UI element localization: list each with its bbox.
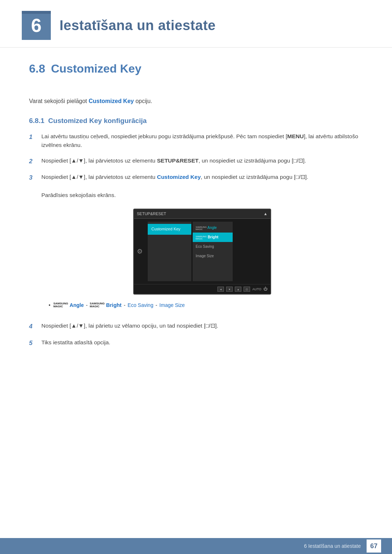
step-1-content: Lai atvērtu taustiņu ceļvedi, nospiediet… [41,132,363,150]
chapter-number: 6 [31,16,42,35]
step-3: 3 Nospiediet [▲/▼], lai pārvietotos uz e… [29,173,363,315]
btn-enter: ⊡ [244,287,250,292]
setup-reset-key: SETUP&RESET [157,157,199,164]
btn-left: ◄ [217,287,224,292]
step-1: 1 Lai atvērtu taustiņu ceļvedi, nospiedi… [29,132,363,150]
page-header: 6 Iestatīšana un atiestate [0,0,392,48]
step-2-number: 2 [29,156,39,166]
submenu-item-image-size: Image Size [193,251,233,261]
step-5-number: 5 [29,338,39,348]
btn-down: ▼ [226,287,233,292]
subsection-title: 6.8.1 Customized Key konfigurācija [29,117,363,125]
step-3-number: 3 [29,173,39,315]
chapter-title: Iestatīšana un atiestate [60,18,216,33]
intro-text-after: opciju. [134,98,152,104]
screen-illustration: SETUP&RESET ▲ ⚙ Customized Key [41,209,363,295]
bright-label: Bright [106,303,122,308]
monitor-screen: SETUP&RESET ▲ ⚙ Customized Key [133,209,271,295]
step-3-content: Nospiediet [▲/▼], lai pārvietotos uz ele… [41,173,363,315]
btn-auto-label: AUTO [252,287,261,292]
bullet-options-line: • SAMSUNG MAGIC Angle - SAMSUNG MAGIC Br… [49,301,363,309]
btn-up: ▲ [235,287,241,292]
eco-saving-label: Eco Saving [128,301,154,309]
step-1-number: 1 [29,132,39,150]
intro-highlight: Customized Key [89,98,134,104]
gear-icon: ⚙ [137,246,143,257]
footer-text: 6 Iestatīšana un atiestate [304,543,361,549]
main-content: 6.8 Customized Key Varat sekojoši pielāg… [0,48,392,383]
customized-key: Customized Key [157,174,201,180]
screen-menu-title: SETUP&RESET [137,212,166,216]
monitor-body: ⚙ Customized Key [134,219,270,284]
page-footer: 6 Iestatīšana un atiestate 67 [0,538,392,554]
step-5-content: Tiks iestatīta atlasītā opcija. [41,338,363,348]
image-size-label: Image Size [159,301,185,309]
brand-samsung-magic-bright: SAMSUNG MAGIC [90,302,105,308]
menu-key: MENU [287,133,304,139]
section-number: 6.8 [29,62,45,75]
step-4: 4 Nospiediet [▲/▼], lai pārietu uz vēlam… [29,321,363,331]
intro-paragraph: Varat sekojoši pielāgot Customized Key o… [29,97,363,106]
intro-text-before: Varat sekojoši pielāgot [29,98,89,104]
menu-item-customized-key: Customized Key [148,224,191,235]
step-5: 5 Tiks iestatīta atlasītā opcija. [29,338,363,348]
section-title: Customized Key [51,62,141,75]
btn-power: ⏻ [264,286,268,292]
submenu-item-eco: Eco Saving [193,242,233,251]
step-4-number: 4 [29,321,39,331]
submenu-item-angle: SAMSUNG MAGIC Angle [193,223,233,233]
step-4-content: Nospiediet [▲/▼], lai pārietu uz vēlamo … [41,321,363,331]
steps-list: 1 Lai atvērtu taustiņu ceļvedi, nospiedi… [29,132,363,348]
submenu-item-bright: SAMSUNG MAGIC Bright [193,233,233,242]
monitor-header-bar: SETUP&RESET ▲ [134,209,270,219]
step-2-content: Nospiediet [▲/▼], lai pārvietotos uz ele… [41,156,363,166]
step-2: 2 Nospiediet [▲/▼], lai pārvietotos uz e… [29,156,363,166]
menu-panel: Customized Key [148,222,191,281]
chapter-number-block: 6 [22,11,51,40]
submenu-panel: SAMSUNG MAGIC Angle SAMSUNG MAGIC [193,222,233,281]
step-3-note: Parādīsies sekojošais ekrāns. [41,192,116,198]
brand-samsung-magic-angle: SAMSUNG MAGIC [53,302,68,308]
monitor-bottom-bar: ◄ ▼ ▲ ⊡ AUTO ⏻ [134,284,270,294]
angle-label: Angle [70,303,84,308]
footer-page-number: 67 [367,539,381,553]
